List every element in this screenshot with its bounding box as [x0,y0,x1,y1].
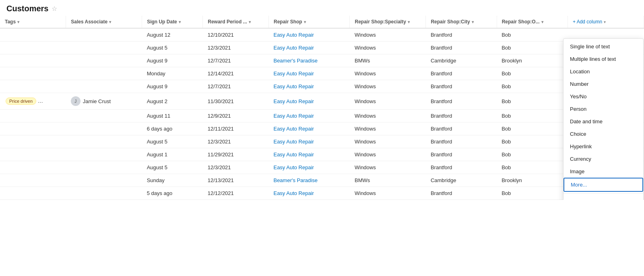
cell-repair-shop[interactable]: Easy Auto Repair [268,161,350,174]
cell-sales-associate [66,67,142,80]
cell-tags [0,122,66,135]
cell-specialty: Windows [350,187,426,200]
cell-repair-shop[interactable]: Beamer's Paradise [268,174,350,187]
cell-tags [0,42,66,54]
col-header-tags[interactable]: Tags ▾ [0,16,66,28]
cell-repair-shop[interactable]: Easy Auto Repair [268,148,350,161]
customers-table: Tags ▾ Sales Associate ▾ Sign Up Date ▾ [0,16,644,200]
cell-repair-shop[interactable]: Easy Auto Repair [268,80,350,93]
cell-repair-shop[interactable]: Easy Auto Repair [268,187,350,200]
star-icon[interactable]: ☆ [52,5,57,12]
dropdown-item-date-time[interactable]: Date and time [564,115,643,128]
table-row[interactable]: August 512/3/2021Easy Auto RepairWindows… [0,135,644,148]
cell-signup-date: 6 days ago [142,122,203,135]
table-row[interactable]: August 1212/10/2021Easy Auto RepairWindo… [0,28,644,42]
cell-reward-period: 12/3/2021 [203,161,269,174]
cell-city: Brantford [426,135,497,148]
cell-repair-shop[interactable]: Beamer's Paradise [268,54,350,67]
add-column-button[interactable]: + Add column ▾ Single line of textMultip… [568,16,644,28]
cell-signup-date: August 9 [142,80,203,93]
dropdown-item-image[interactable]: Image [564,165,643,178]
cell-city: Brantford [426,42,497,54]
table-row[interactable]: Monday12/14/2021Easy Auto RepairWindowsB… [0,67,644,80]
dropdown-item-person[interactable]: Person [564,103,643,115]
cell-repair-shop[interactable]: Easy Auto Repair [268,135,350,148]
col-header-reward-period[interactable]: Reward Period ... ▾ [203,16,269,28]
table-row[interactable]: August 912/7/2021Easy Auto RepairWindows… [0,80,644,93]
cell-signup-date: August 9 [142,54,203,67]
col-header-signup-date[interactable]: Sign Up Date ▾ [142,16,203,28]
chevron-down-icon: ▾ [472,20,474,24]
cell-shop-o: Brooklyn [497,174,568,187]
table-row[interactable]: Price drivenFamily manAccessoriesJJamie … [0,93,644,110]
table-container: Tags ▾ Sales Associate ▾ Sign Up Date ▾ [0,16,644,200]
avatar-cell: JJamie Crust [71,96,137,106]
cell-shop-o: Bob [497,187,568,200]
table-body: August 1212/10/2021Easy Auto RepairWindo… [0,28,644,200]
cell-shop-o: Bob [497,148,568,161]
chevron-down-icon: ▾ [604,20,606,24]
table-row[interactable]: August 912/7/2021Beamer's ParadiseBMWsCa… [0,54,644,67]
chevron-down-icon: ▾ [408,20,410,24]
cell-shop-o: Bob [497,110,568,122]
dropdown-item-currency[interactable]: Currency [564,153,643,165]
cell-signup-date: August 5 [142,161,203,174]
cell-sales-associate [66,122,142,135]
cell-repair-shop[interactable]: Easy Auto Repair [268,110,350,122]
page-header: Customers ☆ [0,0,644,16]
table-row[interactable]: August 1112/9/2021Easy Auto RepairWindow… [0,110,644,122]
cell-specialty: Windows [350,28,426,42]
cell-city: Brantford [426,93,497,110]
cell-reward-period: 12/7/2021 [203,80,269,93]
table-row[interactable]: August 512/3/2021Easy Auto RepairWindows… [0,161,644,174]
cell-specialty: Windows [350,122,426,135]
chevron-down-icon: ▾ [179,20,181,24]
cell-signup-date: Sunday [142,174,203,187]
cell-tags [0,161,66,174]
dropdown-item-choice[interactable]: Choice [564,128,643,140]
dropdown-item-multi-line[interactable]: Multiple lines of text [564,53,643,65]
cell-sales-associate [66,54,142,67]
cell-signup-date: Monday [142,67,203,80]
cell-signup-date: August 2 [142,93,203,110]
table-row[interactable]: 5 days ago12/12/2021Easy Auto RepairWind… [0,187,644,200]
col-header-sales-associate[interactable]: Sales Associate ▾ [66,16,142,28]
cell-shop-o: Bob [497,93,568,110]
dropdown-item-hyperlink[interactable]: Hyperlink [564,140,643,153]
chevron-down-icon: ▾ [304,20,306,24]
table-row[interactable]: August 512/3/2021Easy Auto RepairWindows… [0,42,644,54]
col-header-repair-shop-city[interactable]: Repair Shop:City ▾ [426,16,497,28]
cell-shop-o: Bob [497,135,568,148]
cell-tags [0,67,66,80]
cell-reward-period: 12/11/2021 [203,122,269,135]
col-header-repair-shop-o[interactable]: Repair Shop:O... ▾ [497,16,568,28]
cell-repair-shop[interactable]: Easy Auto Repair [268,93,350,110]
cell-specialty: Windows [350,67,426,80]
cell-tags [0,135,66,148]
cell-repair-shop[interactable]: Easy Auto Repair [268,42,350,54]
col-header-repair-shop[interactable]: Repair Shop ▾ [268,16,350,28]
cell-sales-associate [66,110,142,122]
cell-shop-o: Bob [497,80,568,93]
chevron-down-icon: ▾ [17,20,19,24]
cell-repair-shop[interactable]: Easy Auto Repair [268,28,350,42]
dropdown-item-content-type[interactable]: Content type [564,195,643,200]
dropdown-item-yes-no[interactable]: Yes/No [564,90,643,103]
table-row[interactable]: August 111/29/2021Easy Auto RepairWindow… [0,148,644,161]
cell-repair-shop[interactable]: Easy Auto Repair [268,67,350,80]
cell-city: Brantford [426,110,497,122]
table-row[interactable]: 6 days ago12/11/2021Easy Auto RepairWind… [0,122,644,135]
cell-specialty: Windows [350,135,426,148]
dropdown-item-more[interactable]: More... [564,178,643,192]
cell-city: Brantford [426,161,497,174]
col-header-repair-shop-specialty[interactable]: Repair Shop:Specialty ▾ [350,16,426,28]
dropdown-item-location[interactable]: Location [564,65,643,78]
cell-sales-associate [66,28,142,42]
dropdown-item-number[interactable]: Number [564,78,643,90]
cell-repair-shop[interactable]: Easy Auto Repair [268,122,350,135]
cell-reward-period: 12/3/2021 [203,135,269,148]
dropdown-item-single-line[interactable]: Single line of text [564,40,643,53]
table-row[interactable]: Sunday12/13/2021Beamer's ParadiseBMWsCam… [0,174,644,187]
chevron-down-icon: ▾ [109,20,111,24]
cell-tags [0,174,66,187]
